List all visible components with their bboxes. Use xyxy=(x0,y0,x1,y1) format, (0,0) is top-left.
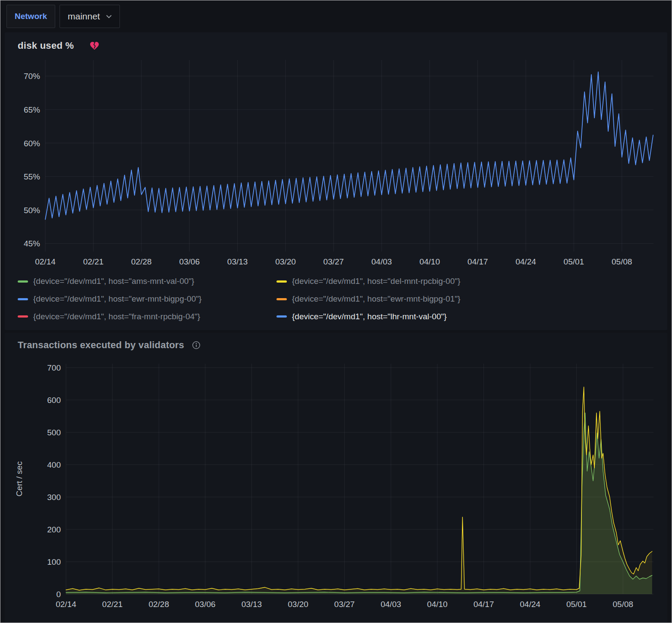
svg-text:04/24: 04/24 xyxy=(515,257,536,266)
legend-label: {device="/dev/md1", host="lhr-mnt-val-00… xyxy=(292,312,447,322)
svg-text:300: 300 xyxy=(47,493,61,502)
svg-text:0: 0 xyxy=(56,590,61,599)
legend-item[interactable]: {device="/dev/md1", host="fra-mnt-rpcbig… xyxy=(18,312,276,322)
disk-used-legend: {device="/dev/md1", host="ams-mnt-val-00… xyxy=(11,271,661,323)
svg-text:03/06: 03/06 xyxy=(195,600,216,609)
legend-label: {device="/dev/md1", host="ewr-mnt-bigpg-… xyxy=(292,294,460,304)
svg-text:04/03: 04/03 xyxy=(380,600,401,609)
series-color-dash xyxy=(276,298,287,300)
broken-heart-icon xyxy=(89,41,100,51)
svg-text:400: 400 xyxy=(47,460,61,469)
svg-text:Cert / sec: Cert / sec xyxy=(15,462,24,497)
svg-text:03/13: 03/13 xyxy=(242,600,262,609)
svg-text:03/13: 03/13 xyxy=(227,257,248,266)
svg-text:03/27: 03/27 xyxy=(323,257,344,266)
svg-text:55%: 55% xyxy=(24,172,40,181)
svg-text:03/20: 03/20 xyxy=(275,257,296,266)
svg-text:02/14: 02/14 xyxy=(56,600,76,609)
variables-bar: Network mainnet xyxy=(0,0,672,32)
svg-text:02/28: 02/28 xyxy=(131,257,152,266)
dashboard: Network mainnet disk used % 45%50%55%60%… xyxy=(0,0,672,623)
series-color-dash xyxy=(18,280,28,283)
disk-used-panel: disk used % 45%50%55%60%65%70%02/1402/21… xyxy=(5,32,667,330)
svg-text:60%: 60% xyxy=(24,139,40,148)
legend-item[interactable]: {device="/dev/md1", host="ams-mnt-val-00… xyxy=(18,277,276,286)
transactions-panel-title: Transactions executed by validators xyxy=(18,340,184,351)
svg-text:700: 700 xyxy=(47,363,61,372)
svg-text:65%: 65% xyxy=(24,105,40,114)
legend-item[interactable]: {device="/dev/md1", host="lhr-mnt-val-00… xyxy=(276,312,654,322)
svg-text:100: 100 xyxy=(47,557,61,566)
svg-text:200: 200 xyxy=(47,525,61,534)
svg-text:03/27: 03/27 xyxy=(334,600,355,609)
svg-text:04/10: 04/10 xyxy=(427,600,448,609)
series-color-dash xyxy=(18,315,28,318)
svg-text:500: 500 xyxy=(47,428,61,437)
transactions-chart[interactable]: 010020030040050060070002/1402/2102/2803/… xyxy=(11,357,660,616)
svg-text:02/14: 02/14 xyxy=(35,257,56,266)
legend-label: {device="/dev/md1", host="ewr-mnt-bigpg-… xyxy=(33,294,201,304)
svg-text:600: 600 xyxy=(47,396,61,405)
transactions-panel-header[interactable]: Transactions executed by validators xyxy=(11,336,661,357)
disk-used-panel-header[interactable]: disk used % xyxy=(11,37,661,55)
svg-text:02/21: 02/21 xyxy=(83,257,104,266)
series-color-dash xyxy=(18,298,28,300)
svg-text:02/28: 02/28 xyxy=(148,600,169,609)
legend-label: {device="/dev/md1", host="del-mnt-rpcbig… xyxy=(292,277,460,286)
svg-text:03/06: 03/06 xyxy=(179,257,200,266)
svg-text:02/21: 02/21 xyxy=(102,600,123,609)
network-variable-value: mainnet xyxy=(68,11,100,22)
svg-text:70%: 70% xyxy=(24,72,40,81)
svg-text:45%: 45% xyxy=(24,239,40,248)
svg-text:05/01: 05/01 xyxy=(566,600,587,609)
legend-item[interactable]: {device="/dev/md1", host="del-mnt-rpcbig… xyxy=(276,277,654,286)
svg-text:04/03: 04/03 xyxy=(371,257,392,266)
network-variable-label: Network xyxy=(6,5,55,28)
network-variable-label-text: Network xyxy=(15,12,47,21)
svg-text:03/20: 03/20 xyxy=(288,600,308,609)
chevron-down-icon xyxy=(106,15,112,19)
svg-text:05/01: 05/01 xyxy=(564,257,584,266)
svg-text:50%: 50% xyxy=(24,206,40,215)
svg-text:04/24: 04/24 xyxy=(520,600,540,609)
disk-used-chart[interactable]: 45%50%55%60%65%70%02/1402/2102/2803/0603… xyxy=(11,55,660,271)
svg-text:04/10: 04/10 xyxy=(419,257,440,266)
legend-label: {device="/dev/md1", host="ams-mnt-val-00… xyxy=(33,277,194,286)
network-variable-dropdown[interactable]: mainnet xyxy=(60,5,120,28)
svg-text:05/08: 05/08 xyxy=(613,600,634,609)
legend-item[interactable]: {device="/dev/md1", host="ewr-mnt-bigpg-… xyxy=(276,294,654,304)
series-color-dash xyxy=(276,280,287,283)
legend-item[interactable]: {device="/dev/md1", host="ewr-mnt-bigpg-… xyxy=(18,294,276,304)
info-icon[interactable] xyxy=(192,341,201,349)
disk-used-panel-title: disk used % xyxy=(18,40,74,51)
svg-text:05/08: 05/08 xyxy=(612,257,632,266)
svg-text:04/17: 04/17 xyxy=(474,600,494,609)
transactions-panel: Transactions executed by validators 0100… xyxy=(5,333,667,623)
series-color-dash xyxy=(276,315,287,318)
svg-text:04/17: 04/17 xyxy=(468,257,488,266)
legend-label: {device="/dev/md1", host="fra-mnt-rpcbig… xyxy=(33,312,200,322)
